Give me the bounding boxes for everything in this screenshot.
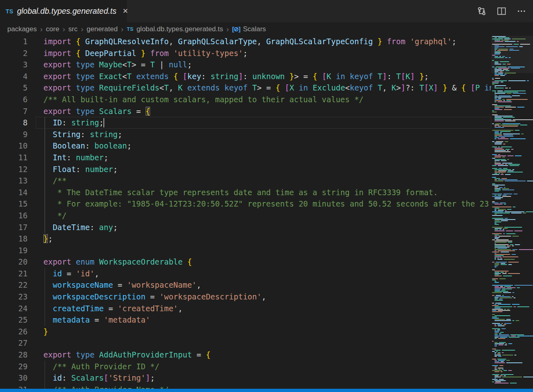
line-content[interactable]: export type Maybe<T> = T | null; <box>28 59 192 71</box>
code-line-13[interactable]: 13 /** <box>0 175 491 187</box>
code-line-19[interactable]: 19 <box>0 245 491 256</box>
line-number[interactable]: 11 <box>0 152 28 164</box>
line-content[interactable]: Float: number; <box>28 164 118 175</box>
breadcrumb-item-src[interactable]: src <box>69 25 78 33</box>
line-content[interactable]: export type Scalars = { <box>28 106 150 117</box>
line-number[interactable]: 8 <box>0 117 28 129</box>
breadcrumb-item-core[interactable]: core <box>46 25 59 33</box>
code-line-9[interactable]: 9 String: string; <box>0 129 491 140</box>
line-number[interactable]: 31 <box>0 384 28 389</box>
code-line-11[interactable]: 11 Int: number; <box>0 152 491 164</box>
line-number[interactable]: 21 <box>0 268 28 280</box>
line-number[interactable]: 20 <box>0 256 28 268</box>
code-line-15[interactable]: 15 * For example: "1985-04-12T23:20:50.5… <box>0 198 491 210</box>
breadcrumb-item-generated[interactable]: generated <box>87 25 118 33</box>
code-line-20[interactable]: 20export enum WorkspaceOrderable { <box>0 256 491 268</box>
line-number[interactable]: 9 <box>0 129 28 140</box>
code-line-16[interactable]: 16 */ <box>0 210 491 222</box>
line-number[interactable]: 29 <box>0 361 28 373</box>
code-line-24[interactable]: 24 createdTime = 'createdTime', <box>0 303 491 314</box>
line-content[interactable]: * The DateTime scalar type represents da… <box>28 187 438 198</box>
line-number[interactable]: 15 <box>0 198 28 210</box>
line-number[interactable]: 7 <box>0 106 28 117</box>
code-line-10[interactable]: 10 Boolean: boolean; <box>0 140 491 152</box>
line-number[interactable]: 18 <box>0 233 28 245</box>
line-content[interactable]: export type RequireFields<T, K extends k… <box>28 82 491 94</box>
line-number[interactable]: 25 <box>0 314 28 326</box>
code-line-26[interactable]: 26} <box>0 326 491 338</box>
line-content[interactable]: ID: string; <box>28 117 104 129</box>
minimap[interactable] <box>491 36 533 389</box>
code-line-18[interactable]: 18}; <box>0 233 491 245</box>
code-line-2[interactable]: 2import { DeepPartial } from 'utility-ty… <box>0 47 491 59</box>
code-line-22[interactable]: 22 workspaceName = 'workspaceName', <box>0 279 491 291</box>
code-line-29[interactable]: 29 /** Auth Provider ID */ <box>0 361 491 373</box>
line-content[interactable]: Int: number; <box>28 152 108 164</box>
code-line-21[interactable]: 21 id = 'id', <box>0 268 491 280</box>
code-line-1[interactable]: 1import { GraphQLResolveInfo, GraphQLSca… <box>0 36 491 47</box>
line-number[interactable]: 30 <box>0 372 28 384</box>
line-content[interactable]: import { DeepPartial } from 'utility-typ… <box>28 47 247 59</box>
line-number[interactable]: 24 <box>0 303 28 314</box>
line-content[interactable]: }; <box>28 233 53 245</box>
line-number[interactable]: 28 <box>0 349 28 361</box>
breadcrumb-item-packages[interactable]: packages <box>7 25 37 33</box>
line-content[interactable]: export type Exact<T extends { [key: stri… <box>28 71 429 82</box>
line-content[interactable]: createdTime = 'createdTime', <box>28 303 183 314</box>
line-content[interactable]: */ <box>28 210 67 222</box>
line-number[interactable]: 6 <box>0 94 28 106</box>
code-line-12[interactable]: 12 Float: number; <box>0 164 491 175</box>
line-content[interactable]: DateTime: any; <box>28 222 118 233</box>
line-number[interactable]: 22 <box>0 279 28 291</box>
line-number[interactable]: 1 <box>0 36 28 47</box>
line-content[interactable]: * For example: "1985-04-12T23:20:50.52Z"… <box>28 198 489 210</box>
line-number[interactable]: 19 <box>0 245 28 256</box>
line-content[interactable]: id: Scalars['String']; <box>28 372 155 384</box>
code-line-6[interactable]: 6/** All built-in and custom scalars, ma… <box>0 94 491 106</box>
line-content[interactable]: String: string; <box>28 129 123 140</box>
line-content[interactable]: } <box>28 326 48 338</box>
line-content[interactable]: /** Auth Provider ID */ <box>28 361 159 373</box>
code-line-3[interactable]: 3export type Maybe<T> = T | null; <box>0 59 491 71</box>
code-line-28[interactable]: 28export type AddAuthProviderInput = { <box>0 349 491 361</box>
line-number[interactable]: 10 <box>0 140 28 152</box>
close-tab-icon[interactable]: ✕ <box>123 7 128 15</box>
code-line-14[interactable]: 14 * The DateTime scalar type represents… <box>0 187 491 198</box>
line-content[interactable]: metadata = 'metadata' <box>28 314 150 326</box>
line-content[interactable] <box>28 337 43 349</box>
line-number[interactable]: 23 <box>0 291 28 303</box>
breadcrumb-item-scalars[interactable]: [⊘]Scalars <box>232 25 266 33</box>
line-content[interactable]: id = 'id', <box>28 268 99 280</box>
compare-changes-icon[interactable] <box>477 6 487 16</box>
code-line-7[interactable]: 7export type Scalars = { <box>0 106 491 117</box>
line-content[interactable]: Boolean: boolean; <box>28 140 131 152</box>
line-content[interactable]: export type AddAuthProviderInput = { <box>28 349 211 361</box>
line-content[interactable]: /** Auth Provider Name */ <box>28 384 169 389</box>
line-number[interactable]: 14 <box>0 187 28 198</box>
code-line-30[interactable]: 30 id: Scalars['String']; <box>0 372 491 384</box>
code-line-17[interactable]: 17 DateTime: any; <box>0 222 491 233</box>
line-number[interactable]: 17 <box>0 222 28 233</box>
line-number[interactable]: 12 <box>0 164 28 175</box>
line-number[interactable]: 13 <box>0 175 28 187</box>
minimap-slider[interactable] <box>491 36 533 73</box>
line-number[interactable]: 2 <box>0 47 28 59</box>
split-editor-icon[interactable] <box>496 6 507 16</box>
line-number[interactable]: 26 <box>0 326 28 338</box>
code-line-4[interactable]: 4export type Exact<T extends { [key: str… <box>0 71 491 82</box>
line-content[interactable]: export enum WorkspaceOrderable { <box>28 256 192 268</box>
line-number[interactable]: 27 <box>0 337 28 349</box>
line-content[interactable]: /** All built-in and custom scalars, map… <box>28 94 363 106</box>
more-actions-icon[interactable] <box>516 6 527 16</box>
line-number[interactable]: 4 <box>0 71 28 82</box>
line-content[interactable]: workspaceDescription = 'workspaceDescrip… <box>28 291 266 303</box>
code-line-5[interactable]: 5export type RequireFields<T, K extends … <box>0 82 491 94</box>
code-editor[interactable]: 1import { GraphQLResolveInfo, GraphQLSca… <box>0 36 491 389</box>
code-line-27[interactable]: 27 <box>0 337 491 349</box>
code-line-8[interactable]: 8 ID: string; <box>0 117 491 129</box>
line-content[interactable]: import { GraphQLResolveInfo, GraphQLScal… <box>28 36 456 47</box>
line-number[interactable]: 3 <box>0 59 28 71</box>
line-content[interactable]: workspaceName = 'workspaceName', <box>28 279 201 291</box>
breadcrumb-item-global-db-types-generated-ts[interactable]: TSglobal.db.types.generated.ts <box>127 25 223 33</box>
editor-tab[interactable]: TS global.db.types.generated.ts ✕ <box>0 0 127 22</box>
